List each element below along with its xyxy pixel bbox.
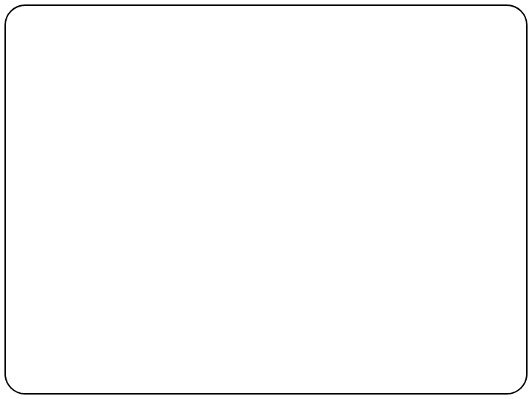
dash-icon: – — [89, 103, 96, 116]
footer-left-text: Software Engineering — [36, 372, 167, 386]
embedded-block: An actor defines a single role played by… — [64, 62, 468, 133]
embedded-main-bullet: An actor defines a single role played by… — [64, 62, 468, 96]
bullet-3-c2: applications, — [208, 277, 299, 293]
main-bullets: Primary Actor - an entity external to th… — [64, 154, 461, 314]
bullet-3-w1: Hardware — [80, 277, 144, 293]
bullet-dot-icon — [64, 221, 70, 227]
bullet-dot-icon — [64, 282, 70, 288]
embedded-main-text: An actor defines a single role played by… — [76, 62, 468, 96]
square-bullet-icon — [64, 67, 69, 72]
slide-footer: Software Engineering UML Use Case Driven… — [4, 365, 528, 386]
slide-title: Use Case Diagram: Actor — [34, 18, 498, 42]
bullet-actors-examples: Hardware, software applications, individ… — [64, 275, 461, 314]
title-underline — [34, 49, 498, 51]
bullet-dot-icon — [64, 160, 70, 166]
embedded-sub-2-text: A single user may play multiple roles — [103, 119, 283, 132]
bullet-1-label: Primary Actor — [80, 155, 169, 171]
embedded-sub-1: – Multiple users can play a single role — [89, 103, 468, 116]
bullet-1-text: Primary Actor - an entity external to th… — [80, 154, 461, 192]
embedded-sub-2: – A single user may play multiple roles — [89, 119, 468, 133]
bullet-supporting-actor: Supporting Actor- an actor that provides… — [64, 214, 461, 253]
bullet-3-w3: individual — [299, 277, 361, 293]
dash-icon: – — [89, 119, 96, 133]
bullet-primary-actor: Primary Actor - an entity external to th… — [64, 154, 461, 192]
diamond-logo-icon — [18, 343, 50, 375]
bullet-3-w2: software — [153, 277, 209, 293]
bullet-2-label: Supporting Actor — [80, 216, 190, 232]
embedded-sub-1-text: Multiple users can play a single role — [103, 103, 279, 116]
bullet-3-text: Hardware, software applications, individ… — [80, 275, 461, 314]
footer-accent-bar — [302, 365, 517, 371]
footer-right-text: UML Use Case Driven Object — [330, 372, 496, 386]
bullet-3-c1: , — [144, 277, 153, 293]
bullet-2-text: Supporting Actor- an actor that provides… — [80, 214, 461, 253]
